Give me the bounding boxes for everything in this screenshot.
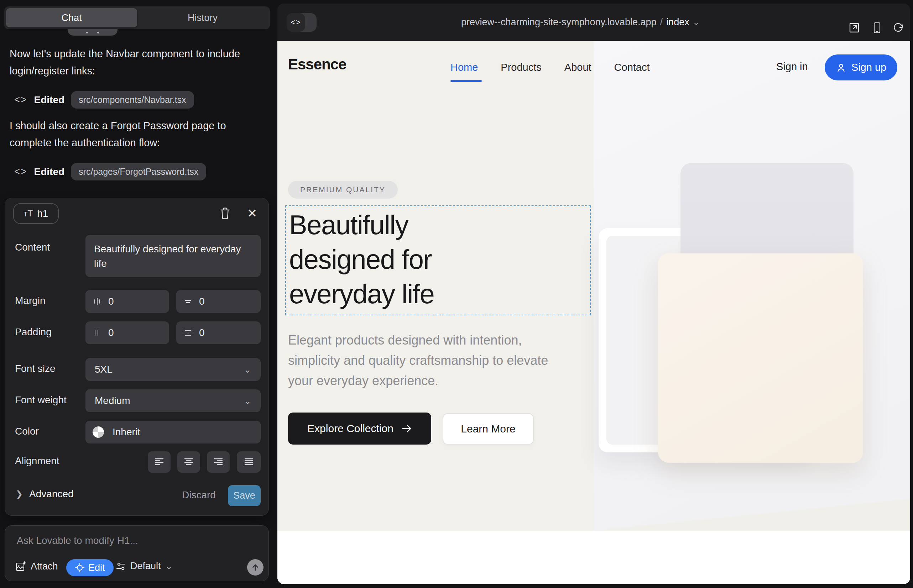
- attach-label: Attach: [31, 561, 58, 572]
- url-domain: preview--charming-site-symphony.lovable.…: [461, 17, 657, 28]
- font-weight-value: Medium: [95, 395, 130, 407]
- tab-history[interactable]: History: [137, 8, 268, 27]
- margin-vertical-value: 0: [199, 296, 205, 307]
- nav-link-about[interactable]: About: [564, 61, 591, 73]
- padding-label: Padding: [15, 326, 52, 338]
- delete-element-button[interactable]: [217, 205, 233, 221]
- edited-label: Edited: [34, 166, 65, 178]
- edit-mode-button[interactable]: Edit: [66, 559, 113, 576]
- code-icon: <>: [14, 94, 28, 105]
- attach-button[interactable]: Attach: [15, 561, 58, 572]
- color-select[interactable]: Inherit: [86, 421, 261, 444]
- close-panel-button[interactable]: ✕: [244, 205, 260, 221]
- element-editor-panel: тT h1 ✕ Content Beautifully designed for…: [5, 198, 269, 516]
- font-weight-select[interactable]: Medium ⌄: [86, 389, 261, 412]
- align-right-button[interactable]: [207, 451, 230, 473]
- hero-card-beige: [658, 254, 863, 463]
- discard-button[interactable]: Discard: [182, 489, 216, 501]
- default-mode-button[interactable]: Default ⌄: [115, 561, 173, 572]
- edited-label: Edited: [34, 94, 65, 106]
- url-path: index: [666, 17, 690, 28]
- chat-message: I should also create a Forgot Password p…: [10, 118, 262, 152]
- align-center-icon: [183, 457, 194, 467]
- refresh-button[interactable]: [890, 20, 906, 36]
- target-icon: [75, 563, 85, 573]
- padding-horizontal-icon: [92, 328, 102, 338]
- margin-label: Margin: [15, 295, 45, 307]
- padding-horizontal-input[interactable]: 0: [86, 321, 169, 344]
- sign-up-button[interactable]: Sign up: [825, 55, 897, 81]
- edited-file-row[interactable]: <> Edited src/components/Navbar.tsx: [14, 91, 194, 108]
- font-size-label: Font size: [15, 363, 55, 375]
- close-icon: ✕: [247, 207, 257, 219]
- nav-link-contact[interactable]: Contact: [614, 61, 650, 73]
- content-input[interactable]: Beautifully designed for everyday life: [86, 235, 261, 277]
- margin-horizontal-input[interactable]: 0: [86, 290, 169, 313]
- hero-heading[interactable]: Beautifully designed for everyday life: [289, 207, 503, 311]
- url-bar[interactable]: preview--charming-site-symphony.lovable.…: [277, 3, 897, 41]
- padding-horizontal-value: 0: [108, 327, 114, 339]
- save-button[interactable]: Save: [228, 485, 261, 506]
- content-label: Content: [15, 242, 50, 253]
- edited-file-row[interactable]: <> Edited src/pages/ForgotPassword.tsx: [14, 163, 206, 181]
- preview-toolbar: <> preview--charming-site-symphony.lovab…: [277, 3, 910, 41]
- prompt-composer[interactable]: Ask Lovable to modify H1... Attach Edit: [5, 525, 269, 581]
- advanced-label: Advanced: [29, 488, 74, 500]
- hero-paragraph: Elegant products designed with intention…: [288, 330, 573, 391]
- font-weight-label: Font weight: [15, 394, 66, 406]
- clipped-file-chip: [68, 29, 118, 36]
- chat-history-tabs: Chat History: [4, 6, 270, 29]
- margin-horizontal-value: 0: [108, 296, 114, 307]
- chevron-right-icon: ❯: [16, 489, 23, 499]
- padding-vertical-icon: [183, 328, 193, 338]
- nav-link-products[interactable]: Products: [501, 61, 541, 73]
- sign-in-link[interactable]: Sign in: [776, 61, 808, 73]
- explore-collection-label: Explore Collection: [307, 423, 393, 435]
- file-chip[interactable]: src/pages/ForgotPassword.tsx: [71, 163, 206, 181]
- explore-collection-button[interactable]: Explore Collection: [288, 412, 431, 444]
- mobile-icon: [872, 22, 882, 34]
- refresh-icon: [893, 22, 904, 34]
- mobile-view-button[interactable]: [869, 20, 885, 36]
- font-size-select[interactable]: 5XL ⌄: [86, 358, 261, 381]
- margin-vertical-icon: [183, 297, 193, 306]
- default-label: Default: [130, 561, 161, 572]
- open-external-button[interactable]: [847, 20, 862, 36]
- nav-link-home[interactable]: Home: [450, 61, 478, 73]
- trash-icon: [219, 207, 231, 219]
- color-label: Color: [15, 426, 39, 437]
- hero-background-wedge: [594, 497, 910, 531]
- padding-vertical-input[interactable]: 0: [176, 321, 261, 344]
- attach-image-icon: [15, 561, 26, 572]
- send-button[interactable]: [247, 559, 264, 575]
- margin-vertical-input[interactable]: 0: [176, 290, 261, 313]
- edit-label: Edit: [88, 562, 105, 573]
- chevron-down-icon: ⌄: [165, 561, 173, 572]
- site-canvas: Essence Home Products About Contact Sign…: [277, 41, 910, 584]
- site-section-below: [277, 531, 910, 584]
- sign-up-label: Sign up: [851, 61, 886, 73]
- tab-chat[interactable]: Chat: [6, 8, 137, 27]
- align-left-icon: [154, 457, 165, 467]
- color-value: Inherit: [113, 426, 140, 438]
- typography-icon: тT: [24, 208, 33, 218]
- align-right-icon: [213, 457, 223, 467]
- preview-pane: <> preview--charming-site-symphony.lovab…: [277, 3, 910, 584]
- site-logo[interactable]: Essence: [288, 56, 346, 73]
- align-center-button[interactable]: [177, 451, 200, 473]
- chevron-down-icon: ⌄: [244, 364, 251, 375]
- lovable-app: Chat History Now let's update the Navbar…: [0, 0, 913, 588]
- advanced-toggle[interactable]: ❯ Advanced: [16, 488, 74, 500]
- url-separator: /: [660, 17, 663, 28]
- file-chip[interactable]: src/components/Navbar.tsx: [71, 91, 194, 108]
- learn-more-button[interactable]: Learn More: [443, 413, 534, 444]
- align-left-button[interactable]: [148, 451, 170, 473]
- padding-vertical-value: 0: [199, 327, 205, 339]
- align-justify-button[interactable]: [237, 451, 261, 473]
- chevron-down-icon: ⌄: [244, 396, 251, 407]
- composer-input[interactable]: Ask Lovable to modify H1...: [17, 535, 138, 546]
- selected-element-tag: тT h1: [13, 203, 59, 224]
- arrow-right-icon: [401, 424, 412, 433]
- user-icon: [836, 62, 847, 73]
- font-size-value: 5XL: [95, 364, 113, 375]
